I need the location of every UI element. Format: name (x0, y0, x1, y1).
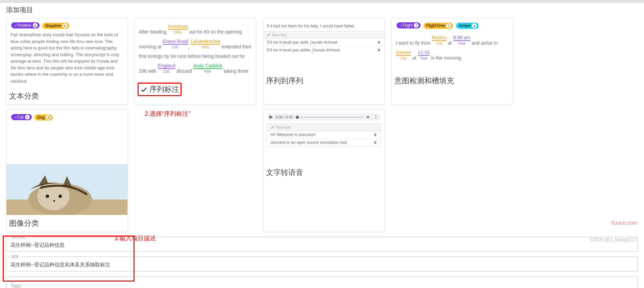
audio-player[interactable]: 0:00 / 0:02 (267, 113, 381, 121)
t: out for 83 on the opening (188, 29, 242, 35)
audio-track[interactable] (296, 117, 363, 118)
volume-icon[interactable] (366, 115, 371, 119)
seq-item[interactable]: doccano is an open source annotation too… (267, 139, 381, 146)
tag-key: d (46, 115, 51, 120)
more-icon[interactable] (374, 115, 378, 119)
t: 296 with (139, 68, 158, 74)
ent-label: LOC (163, 44, 188, 51)
card-image-classification[interactable]: Cat c Dog d 图像分类 (6, 110, 128, 232)
project-name-label: 项目名称 (10, 235, 27, 240)
card-speech2text[interactable]: 0:00 / 0:02 New text Hi! Welcome to docc… (263, 110, 385, 232)
tag-dog: Dog d (34, 114, 53, 120)
tag-key: f (414, 23, 419, 28)
ent-label: City (432, 40, 447, 47)
cards-row-1: Positive p Negative n Fair drama/love st… (6, 18, 638, 105)
form-area: 3.输入项目描述 项目名称 描述 (6, 237, 638, 288)
project-name-input[interactable] (10, 242, 634, 248)
check-icon (140, 85, 148, 93)
spacer-col: 2.选择“序列标注” (135, 110, 256, 232)
card-title: 文本分类 (9, 91, 39, 101)
t: and arrive in (470, 40, 498, 46)
tag-key: n (63, 23, 67, 28)
annotation-step2: 2.选择“序列标注” (145, 110, 190, 118)
tag-cat: Cat c (11, 114, 32, 120)
t: extended their (220, 44, 252, 49)
tag-negative: Negative n (42, 23, 69, 29)
trash-icon[interactable] (377, 48, 381, 52)
tag-label: Cat (17, 115, 24, 119)
card-title: 意图检测和槽填充 (395, 76, 454, 86)
cat-image (6, 164, 127, 215)
tag-flighttime: FlightTime t (424, 23, 453, 29)
svg-point-6 (376, 115, 376, 116)
card-title: 序列到序列 (266, 76, 303, 86)
card-sequence-labeling[interactable]: After bowling SomersetORG out for 83 on … (135, 18, 256, 105)
tag-label: Dog (37, 115, 45, 120)
project-desc-input[interactable] (10, 262, 634, 268)
t: discard (175, 68, 193, 74)
watermark-csdn: CSDN @J_Xiong0117 (590, 237, 637, 242)
t: in the morning. (430, 55, 462, 61)
trash-icon[interactable] (373, 140, 377, 145)
main-container: 添加项目 Positive p Negative n Fair drama/lo… (0, 3, 644, 288)
tag-key: c (25, 115, 30, 119)
t: After bowling (139, 29, 168, 35)
tag-airfare: Airfare a (456, 23, 479, 29)
watermark-yuucn: Yuucn.com (611, 220, 637, 226)
project-name-field[interactable]: 项目名称 (6, 237, 638, 252)
page-title: 添加项目 (6, 5, 638, 15)
seq-new-row[interactable]: New text (267, 124, 381, 131)
tag-key: a (472, 23, 477, 28)
card-title: 图像分类 (9, 218, 39, 228)
svg-point-5 (58, 195, 62, 198)
selected-highlight: 序列标注 (138, 83, 182, 96)
check-icon (399, 24, 403, 27)
t: at (447, 40, 453, 46)
project-tags-field[interactable] (6, 276, 638, 288)
tag-positive: Positive p (11, 22, 40, 28)
seq-item[interactable]: Hi! Welcome to doccano! (267, 131, 381, 139)
check-icon (14, 115, 17, 119)
pencil-icon (270, 125, 275, 129)
new-text-label: New text (272, 33, 287, 37)
audio-time: 0:00 / 0:02 (276, 115, 293, 119)
project-tags-input[interactable] (10, 283, 634, 288)
card-text-classification[interactable]: Positive p Negative n Fair drama/love st… (6, 18, 128, 105)
cards-row-2: Cat c Dog d 图像分类 (6, 110, 638, 232)
t: taking three (222, 68, 248, 74)
seq-text: doccano is an open source annotation too… (270, 140, 348, 145)
seq-source: If it had not been for his help, I would… (263, 21, 384, 31)
top-bar (0, 0, 644, 3)
tag-key: t (446, 23, 451, 28)
tag-label: Negative (45, 23, 61, 28)
card-title: 序列标注 (149, 84, 179, 94)
svg-point-8 (376, 118, 376, 119)
seq-item[interactable]: S'il ne m'avait pas aidé, j'aurais échou… (263, 39, 384, 46)
ent-label: LOC (158, 68, 175, 75)
project-desc-label: 描述 (10, 254, 20, 259)
svg-point-4 (46, 195, 49, 198)
project-desc-field[interactable]: 描述 (6, 257, 638, 271)
trash-icon[interactable] (377, 40, 381, 44)
t: I want to fly from (396, 40, 432, 46)
tag-key: p (33, 23, 38, 28)
t: , (188, 44, 191, 49)
tag-flight: Flight f (397, 22, 421, 28)
pencil-icon (267, 33, 271, 37)
svg-point-7 (376, 117, 376, 117)
card-seq2seq[interactable]: If it had not been for his help, I would… (263, 18, 385, 105)
seq-text: S'il ne m'avait pas aidée, j'aurais écho… (267, 48, 341, 52)
card-intent-detection[interactable]: Flight f FlightTime t Airfare a I want t… (391, 18, 513, 105)
ent-label: City (396, 55, 411, 62)
play-icon[interactable] (269, 115, 273, 119)
seq-item[interactable]: S'il ne m'avait pas aidée, j'aurais écho… (263, 46, 384, 54)
new-text-label: New text (276, 125, 290, 129)
ent-label: Time (453, 40, 471, 47)
trash-icon[interactable] (373, 133, 377, 137)
ent-label: Time (418, 55, 430, 62)
seq-new-row[interactable]: New text (263, 31, 384, 39)
t: first innings by 94 runs before being bo… (139, 53, 245, 59)
tag-label: FlightTime (426, 23, 445, 28)
card-title: 文字转语音 (266, 168, 303, 178)
check-icon (14, 24, 17, 27)
